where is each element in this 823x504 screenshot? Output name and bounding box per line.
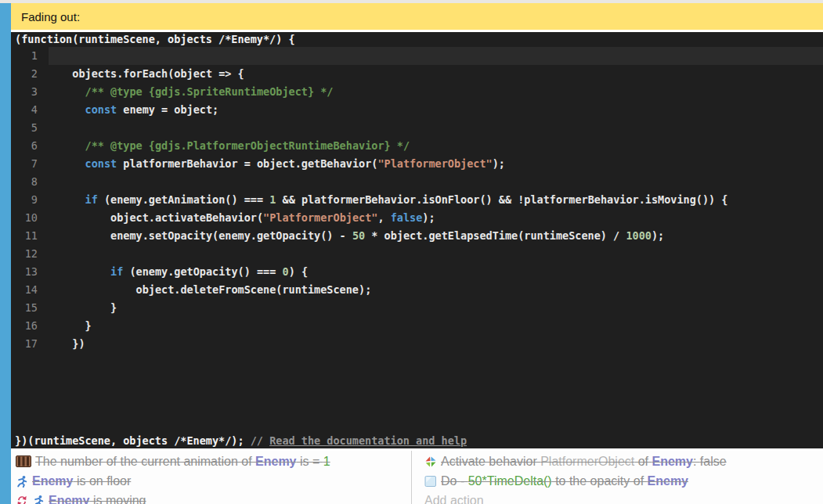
line-number: 4 [11,101,49,119]
event-row-columns: The number of the current animation of E… [11,451,823,504]
conditions-column: The number of the current animation of E… [11,451,411,504]
code-text: } [49,299,823,317]
animation-icon [16,455,31,467]
code-footer: })(runtimeScene, objects /*Enemy*/); // … [11,434,823,447]
gdevelop-event-sheet: Fading out: (function(runtimeScene, obje… [0,0,823,504]
line-number: 16 [11,317,49,335]
line-number: 7 [11,155,49,173]
line-number: 2 [11,65,49,83]
code-line[interactable]: 10 object.activateBehavior("PlatformerOb… [11,209,823,227]
code-header: (function(runtimeScene, objects /*Enemy*… [11,32,823,47]
code-text: if (enemy.getOpacity() === 0) { [49,263,823,281]
code-text: } [49,317,823,335]
code-text: }) [49,335,823,353]
footer-code: })(runtimeScene, objects /*Enemy*/); [15,434,251,447]
code-line[interactable]: 7 const platformerBehavior = object.getB… [11,155,823,173]
code-text [49,173,823,191]
condition-row[interactable]: Enemy is on floor [16,471,411,491]
code-line[interactable]: 11 enemy.setOpacity(enemy.getOpacity() -… [11,227,823,245]
line-number: 12 [11,245,49,263]
code-text: objects.forEach(object => { [49,65,823,83]
code-text [49,47,823,65]
comment-bar[interactable]: Fading out: [11,3,823,30]
code-line[interactable]: 14 object.deleteFromScene(runtimeScene); [11,281,823,299]
action-row-text: Do - 50*TimeDelta() to the opacity of En… [441,474,688,488]
code-text: enemy.setOpacity(enemy.getOpacity() - 50… [49,227,823,245]
condition-row-text: Enemy is moving [49,494,146,504]
condition-row-text: The number of the current animation of E… [35,455,330,469]
code-text [49,245,823,263]
line-number: 14 [11,281,49,299]
code-line[interactable]: 5 [11,119,823,137]
event-selection-strip[interactable] [0,3,11,504]
action-row-text: Add action [424,494,484,504]
add-action-button[interactable]: Add action [424,491,823,504]
code-line[interactable]: 12 [11,245,823,263]
action-row[interactable]: Activate behavior PlatformerObject of En… [424,452,823,471]
action-row-text: Activate behavior PlatformerObject of En… [441,455,727,469]
line-number: 3 [11,83,49,101]
code-text: object.deleteFromScene(runtimeScene); [49,281,823,299]
code-text: const platformerBehavior = object.getBeh… [49,155,823,173]
code-text: if (enemy.getAnimation() === 1 && platfo… [49,191,823,209]
platformer-icon [32,495,45,504]
line-number: 8 [11,173,49,191]
js-code-editor[interactable]: (function(runtimeScene, objects /*Enemy*… [11,32,823,448]
line-number: 5 [11,119,49,137]
line-number: 1 [11,47,49,65]
line-number: 6 [11,137,49,155]
code-line[interactable]: 2 objects.forEach(object => { [11,65,823,83]
code-text: const enemy = object; [49,101,823,119]
condition-row-text: Enemy is on floor [32,474,131,488]
documentation-link[interactable]: Read the documentation and help [269,434,467,447]
code-text: /** @type {gdjs.SpriteRuntimeObject} */ [49,83,823,101]
code-line[interactable]: 8 [11,173,823,191]
code-line[interactable]: 3 /** @type {gdjs.SpriteRuntimeObject} *… [11,83,823,101]
actions-column: Activate behavior PlatformerObject of En… [412,451,823,504]
code-line[interactable]: 6 /** @type {gdjs.PlatformerObjectRuntim… [11,137,823,155]
line-number: 11 [11,227,49,245]
code-line[interactable]: 17 }) [11,335,823,353]
code-text: object.activateBehavior("PlatformerObjec… [49,209,823,227]
code-line[interactable]: 9 if (enemy.getAnimation() === 1 && plat… [11,191,823,209]
comment-text: Fading out: [21,10,80,23]
code-line[interactable]: 13 if (enemy.getOpacity() === 0) { [11,263,823,281]
code-text: /** @type {gdjs.PlatformerObjectRuntimeB… [49,137,823,155]
condition-row[interactable]: The number of the current animation of E… [16,452,411,471]
footer-comment-slashes: // [251,434,269,447]
line-number: 15 [11,299,49,317]
line-number: 13 [11,263,49,281]
behavior-icon [424,455,437,468]
code-lines[interactable]: 12 objects.forEach(object => {3 /** @typ… [11,47,823,353]
code-line[interactable]: 4 const enemy = object; [11,101,823,119]
line-number: 10 [11,209,49,227]
condition-row[interactable]: Enemy is moving [16,491,411,504]
opacity-icon [424,475,437,488]
code-line[interactable]: 1 [11,47,823,65]
line-number: 17 [11,335,49,353]
line-number: 9 [11,191,49,209]
code-line[interactable]: 16 } [11,317,823,335]
action-row[interactable]: Do - 50*TimeDelta() to the opacity of En… [424,471,823,491]
invert-icon [16,495,28,504]
platformer-icon [16,475,28,488]
code-text [49,119,823,137]
code-line[interactable]: 15 } [11,299,823,317]
